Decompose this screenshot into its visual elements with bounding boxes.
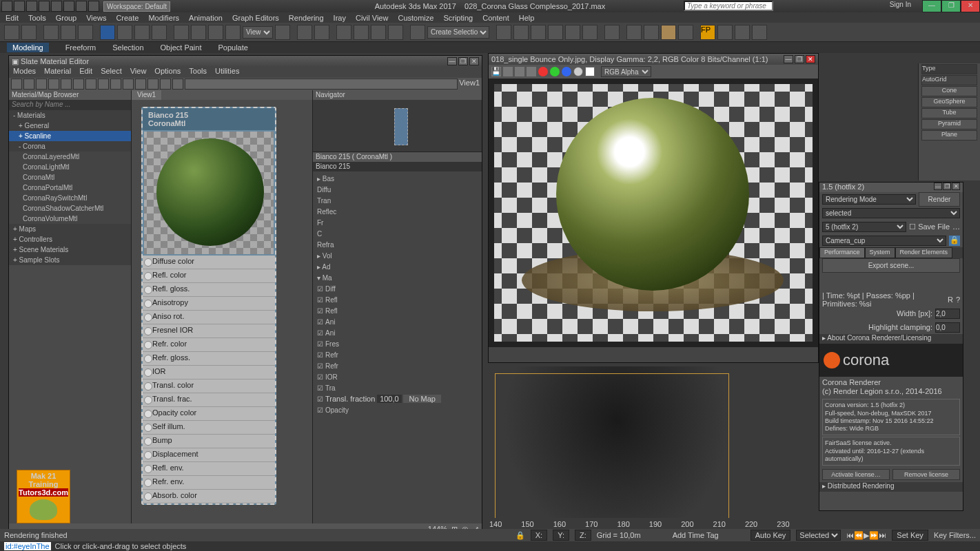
- material-node[interactable]: Bianco 215 CoronaMtl Diffuse color Refl.…: [141, 107, 276, 505]
- tree-materials[interactable]: - Materials: [9, 110, 131, 121]
- key-mode-dropdown[interactable]: Selected: [796, 530, 841, 541]
- rendering-mode-dropdown[interactable]: Rendering Mode: [822, 194, 916, 205]
- autogrid-check[interactable]: AutoGrid: [921, 75, 977, 85]
- tree-item[interactable]: CoronaLayeredMtl: [9, 152, 131, 162]
- param-check[interactable]: Refl: [314, 305, 480, 316]
- corona-min-button[interactable]: —: [934, 183, 942, 190]
- menu-modifiers[interactable]: Modifiers: [148, 14, 179, 22]
- shape-button[interactable]: Cone: [921, 86, 977, 96]
- copy-icon[interactable]: [503, 67, 513, 76]
- sme-menu-utilities[interactable]: Utilities: [215, 67, 239, 78]
- sme-tool-1[interactable]: [23, 79, 34, 90]
- tree-item[interactable]: CoronaShadowCatcherMtl: [9, 203, 131, 214]
- tree-scene-materials[interactable]: + Scene Materials: [9, 245, 131, 255]
- slot[interactable]: Displacement: [143, 448, 275, 462]
- tree-corona[interactable]: - Corona: [9, 141, 131, 152]
- extra1-button[interactable]: [735, 25, 750, 40]
- window-crossing-button[interactable]: [152, 25, 167, 40]
- distributed-section[interactable]: ▸ Distributed Rendering: [819, 482, 963, 492]
- clone-icon[interactable]: [515, 67, 524, 76]
- slot[interactable]: IOR: [143, 366, 275, 380]
- param-row[interactable]: ▸ Vol: [314, 250, 480, 261]
- toggle-ribbon-button[interactable]: [548, 25, 563, 40]
- fb-image-area[interactable]: [489, 79, 818, 347]
- param-check[interactable]: Fres: [314, 338, 480, 349]
- key-filters-button[interactable]: Key Filters...: [934, 531, 976, 539]
- extra2-button[interactable]: [752, 25, 767, 40]
- menu-content[interactable]: Content: [482, 14, 509, 22]
- sme-tool-3[interactable]: [48, 79, 59, 90]
- render-button[interactable]: Render: [919, 192, 960, 207]
- slot[interactable]: Self illum.: [143, 421, 275, 435]
- sme-close-button[interactable]: ✕: [469, 57, 479, 65]
- param-row[interactable]: ▾ Ma: [314, 272, 480, 283]
- param-check[interactable]: Tra: [314, 382, 480, 393]
- tree-controllers[interactable]: + Controllers: [9, 234, 131, 245]
- slot[interactable]: Diffuse color: [143, 256, 275, 269]
- layers-button[interactable]: [531, 25, 546, 40]
- slot[interactable]: Refr. gloss.: [143, 352, 275, 366]
- menu-group[interactable]: Group: [56, 14, 77, 22]
- z-field[interactable]: Z:: [575, 530, 591, 541]
- view-tab[interactable]: View1: [132, 90, 161, 100]
- render-button[interactable]: [661, 25, 676, 40]
- menu-edit[interactable]: Edit: [6, 14, 19, 22]
- slot[interactable]: Refl. color: [143, 269, 275, 283]
- ref-coord-dropdown[interactable]: View: [243, 26, 273, 39]
- menu-animation[interactable]: Animation: [189, 14, 223, 22]
- param-row[interactable]: ▸ Bas: [314, 173, 480, 184]
- version-dropdown[interactable]: 5 (hotfix 2): [822, 222, 906, 232]
- link-button[interactable]: [43, 25, 59, 40]
- opacity-row[interactable]: Opacity: [314, 404, 480, 415]
- align-button[interactable]: [513, 25, 529, 40]
- snap-button[interactable]: [336, 25, 351, 40]
- close-button[interactable]: ✕: [961, 0, 980, 12]
- sme-tool-8[interactable]: [110, 79, 121, 90]
- sme-min-button[interactable]: —: [447, 57, 457, 65]
- fp-button[interactable]: FP: [700, 25, 715, 40]
- export-scene-button[interactable]: Export scene...: [822, 258, 960, 273]
- scale-button[interactable]: [208, 25, 223, 40]
- maximize-button[interactable]: ❐: [941, 0, 961, 12]
- sme-tool-11[interactable]: [147, 79, 159, 90]
- undo-button[interactable]: [4, 25, 19, 40]
- signin-link[interactable]: Sign In: [890, 1, 911, 8]
- mirror-button[interactable]: [496, 25, 511, 40]
- bind-button[interactable]: [78, 25, 93, 40]
- param-check[interactable]: IOR: [314, 371, 480, 382]
- fb-close-button[interactable]: ✕: [806, 55, 815, 63]
- workspace-selector[interactable]: Workspace: Default: [103, 1, 170, 12]
- param-name-field[interactable]: Bianco 215: [313, 162, 482, 171]
- slot[interactable]: Refl. gloss.: [143, 283, 275, 297]
- param-check[interactable]: Refl: [314, 294, 480, 305]
- remove-license-button[interactable]: Remove license: [892, 469, 960, 480]
- menu-graph-editors[interactable]: Graph Editors: [232, 14, 279, 22]
- slot[interactable]: Anisotropy: [143, 297, 275, 311]
- mode-object-paint[interactable]: Object Paint: [161, 43, 202, 52]
- corona-titlebar[interactable]: 1.5 (hotfix 2) —❐✕: [819, 183, 963, 192]
- sme-tool-12[interactable]: [160, 79, 171, 90]
- param-check[interactable]: Ani: [314, 327, 480, 338]
- sme-tool-10[interactable]: [135, 79, 146, 90]
- mono-channel-button[interactable]: [585, 67, 595, 76]
- sme-max-button[interactable]: ❐: [458, 57, 468, 65]
- corona-max-button[interactable]: ❐: [943, 183, 951, 190]
- lock-icon[interactable]: 🔒: [949, 236, 960, 246]
- color-icon[interactable]: [527, 67, 536, 76]
- shape-button[interactable]: Plane: [921, 130, 977, 141]
- param-check[interactable]: Refr: [314, 349, 480, 360]
- param-check[interactable]: Refr: [314, 360, 480, 371]
- sme-tool-pick[interactable]: [11, 79, 22, 90]
- sme-menu-options[interactable]: Options: [154, 67, 181, 78]
- red-channel-button[interactable]: [538, 67, 548, 76]
- lock-icon[interactable]: 🔒: [515, 531, 525, 540]
- slot[interactable]: Refr. env.: [143, 476, 275, 490]
- sme-tool-4[interactable]: [61, 79, 72, 90]
- tree-maps[interactable]: + Maps: [9, 224, 131, 234]
- fb-min-button[interactable]: —: [784, 55, 793, 63]
- sme-tool-13[interactable]: [172, 79, 183, 90]
- menu-tools[interactable]: Tools: [28, 14, 46, 22]
- slot[interactable]: Absorb. color: [143, 490, 275, 503]
- tree-item[interactable]: CoronaPortalMtl: [9, 183, 131, 193]
- named-sel-edit-button[interactable]: [410, 25, 425, 40]
